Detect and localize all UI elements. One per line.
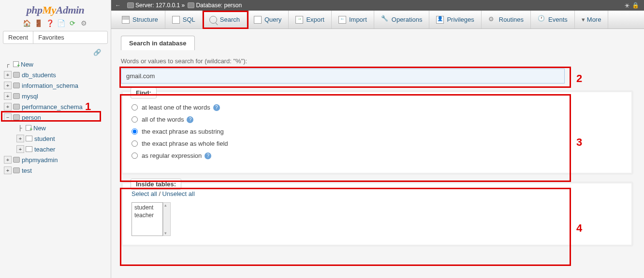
tree-table-label: teacher [34,146,55,153]
tab-more[interactable]: More [575,11,609,28]
annotation-box-3 [120,94,571,182]
tree-db-dbstudents[interactable]: + db_students [3,70,108,80]
gear-icon[interactable]: ⚙ [80,19,88,27]
expand-icon[interactable]: + [4,71,12,79]
tab-operations[interactable]: Operations [374,11,430,28]
export-icon [295,16,303,24]
logo-part-my: My [42,4,56,16]
events-icon [538,16,545,24]
pin-icon[interactable]: ⚹ [625,2,629,9]
main-tabs: Structure SQL Search Query Export Import… [111,11,644,29]
docs-icon[interactable]: ❓ [46,19,54,27]
tree-db-label: test [22,167,32,174]
logout-icon[interactable]: 🚪 [34,19,42,27]
tab-label: SQL [183,16,195,23]
panel-title: Search in database [121,36,195,50]
db-icon [13,72,20,78]
expand-icon[interactable]: + [16,135,24,142]
tab-label: Operations [392,16,423,23]
privileges-icon [436,16,444,24]
tab-recent[interactable]: Recent [3,31,33,43]
db-icon [13,104,20,110]
collapse-link-icon[interactable]: 🔗 [0,46,111,59]
db-icon [188,2,194,8]
annotation-box-4 [120,188,571,266]
tree-person-new[interactable]: ├ New [3,123,108,133]
tab-label: Structure [132,16,158,23]
home-icon[interactable]: 🏠 [23,19,30,27]
tab-events[interactable]: Events [531,11,575,28]
tab-label: Routines [499,16,524,23]
tab-import[interactable]: Import [332,11,374,28]
logo[interactable]: phpMyAdmin [0,0,111,17]
tree-db-infoschema[interactable]: + information_schema [3,80,108,91]
annotation-num-2: 2 [576,72,582,85]
expand-icon[interactable]: + [4,103,12,111]
tab-label: Query [264,16,281,23]
tree-table-label: student [34,135,55,142]
db-icon [13,93,20,99]
sql-icon [172,16,180,24]
tab-label: Export [306,16,324,23]
settings-icon[interactable]: 📄 [57,19,65,27]
tree-table-teacher[interactable]: + teacher [3,144,108,154]
tab-export[interactable]: Export [289,11,332,28]
tab-privileges[interactable]: Privileges [429,11,481,28]
tab-structure[interactable]: Structure [115,11,165,28]
tree-db-label: information_schema [22,82,78,89]
lock-icon[interactable]: 🔒 [632,2,639,9]
db-icon [13,83,20,88]
tab-sql[interactable]: SQL [165,11,203,28]
reload-icon[interactable]: ⟳ [69,19,76,27]
words-label: Words or values to search for (wildcard:… [121,57,634,65]
tab-query[interactable]: Query [247,11,289,28]
expand-icon[interactable]: + [4,82,12,89]
expand-icon[interactable]: + [16,145,24,153]
tree-table-student[interactable]: + student [3,133,108,144]
tree-db-test[interactable]: + test [3,165,108,176]
operations-icon [381,16,389,24]
new-db-icon [13,61,19,67]
db-label: Database: [196,2,222,9]
breadcrumb-bar: ← Server: 127.0.0.1 » Database: person ⚹… [111,0,644,11]
annotation-num-4: 4 [576,222,582,235]
tab-routines[interactable]: Routines [482,11,531,28]
annotation-box-2 [119,67,571,88]
tree-db-label: db_students [22,71,56,79]
tree-db-mysql[interactable]: + mysql [3,91,108,101]
tree-new-label: New [33,125,46,132]
logo-part-admin: Admin [56,4,85,16]
db-link[interactable]: person [224,2,242,9]
structure-icon [122,16,130,24]
sidebar: phpMyAdmin 🏠 🚪 ❓ 📄 ⟳ ⚙ Recent Favorites … [0,0,111,278]
annotation-num-3: 3 [576,136,582,149]
db-icon [13,157,20,163]
db-icon [13,167,20,173]
import-icon [338,16,346,24]
tree-line-icon: ├ [16,124,24,132]
table-icon [26,136,32,141]
tree-db-label: phpmyadmin [22,156,58,164]
routines-icon [488,16,496,24]
server-link[interactable]: 127.0.0.1 [156,2,180,9]
tree-new[interactable]: ┌ New [3,59,108,70]
tab-favorites[interactable]: Favorites [33,31,69,43]
tree-db-phpmyadmin[interactable]: + phpmyadmin [3,154,108,165]
new-table-icon [26,125,31,131]
expand-icon[interactable]: + [4,92,12,100]
tree-db-perfschema[interactable]: + performance_schema [3,101,108,112]
breadcrumb-sep: » [181,2,185,9]
tab-label: More [587,16,601,23]
annotation-box-search-tab [203,11,249,29]
tree-db-label: performance_schema [22,103,83,111]
expand-icon[interactable]: + [4,167,12,174]
recent-favorites-tabs: Recent Favorites [3,31,108,44]
tab-label: Privileges [447,16,474,23]
tab-label: Events [548,16,568,23]
expand-icon[interactable]: + [4,156,12,164]
back-icon[interactable]: ← [115,2,121,9]
logo-part-php: php [27,4,43,16]
server-label: Server: [135,2,154,9]
tab-label: Import [349,16,367,23]
sidebar-toolbar: 🏠 🚪 ❓ 📄 ⟳ ⚙ [0,17,111,29]
